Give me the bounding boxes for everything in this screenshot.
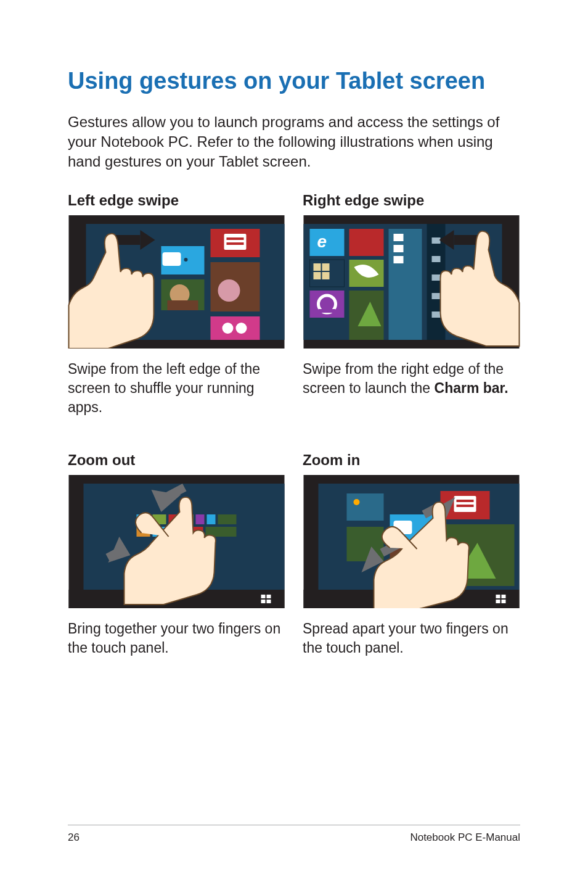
zoom-in-illustration bbox=[303, 475, 520, 608]
svg-rect-26 bbox=[314, 272, 321, 279]
svg-rect-86 bbox=[496, 595, 500, 598]
svg-rect-54 bbox=[207, 514, 216, 524]
cell-desc: Swipe from the left edge of the screen t… bbox=[68, 360, 285, 417]
svg-rect-36 bbox=[394, 234, 404, 241]
svg-point-15 bbox=[223, 323, 234, 334]
intro-paragraph: Gestures allow you to launch programs an… bbox=[68, 112, 520, 172]
svg-rect-11 bbox=[168, 300, 198, 310]
svg-rect-44 bbox=[432, 311, 441, 318]
svg-rect-77 bbox=[454, 496, 476, 512]
cell-right-edge-swipe: Right edge swipe e bbox=[303, 192, 520, 417]
cell-title: Right edge swipe bbox=[303, 192, 520, 209]
svg-rect-62 bbox=[261, 595, 266, 598]
svg-rect-25 bbox=[322, 263, 330, 271]
svg-rect-40 bbox=[432, 237, 441, 244]
svg-rect-42 bbox=[432, 274, 441, 281]
cell-desc: Swipe from the right edge of the screen … bbox=[303, 360, 520, 398]
svg-rect-38 bbox=[394, 256, 404, 263]
page-title: Using gestures on your Tablet screen bbox=[68, 68, 520, 95]
svg-rect-55 bbox=[218, 514, 237, 524]
svg-rect-21 bbox=[310, 229, 345, 256]
svg-rect-89 bbox=[502, 600, 506, 603]
svg-rect-7 bbox=[227, 237, 244, 240]
svg-rect-65 bbox=[267, 600, 271, 603]
svg-rect-41 bbox=[432, 256, 441, 262]
left-edge-swipe-illustration bbox=[68, 215, 285, 349]
page-footer: 26 Notebook PC E-Manual bbox=[0, 825, 588, 844]
svg-rect-53 bbox=[196, 514, 205, 524]
svg-text:e: e bbox=[317, 232, 327, 251]
page-number: 26 bbox=[68, 831, 80, 844]
svg-rect-63 bbox=[267, 595, 271, 598]
svg-rect-31 bbox=[349, 229, 384, 256]
footer-doc-title: Notebook PC E-Manual bbox=[410, 831, 520, 844]
svg-rect-3 bbox=[163, 252, 181, 266]
svg-point-16 bbox=[236, 323, 247, 334]
cell-zoom-out: Zoom out bbox=[68, 452, 285, 658]
svg-rect-43 bbox=[432, 293, 441, 299]
svg-rect-78 bbox=[457, 500, 474, 502]
svg-rect-30 bbox=[319, 309, 336, 313]
svg-rect-8 bbox=[227, 242, 244, 245]
svg-point-13 bbox=[218, 279, 240, 302]
svg-rect-24 bbox=[314, 263, 321, 271]
page: Using gestures on your Tablet screen Ges… bbox=[0, 0, 588, 887]
svg-rect-6 bbox=[224, 234, 247, 250]
cell-desc: Spread apart your two fingers on the tou… bbox=[303, 619, 520, 658]
cell-left-edge-swipe: Left edge swipe bbox=[68, 192, 285, 417]
svg-rect-27 bbox=[322, 272, 330, 279]
cell-zoom-in: Zoom in bbox=[303, 452, 520, 658]
svg-rect-14 bbox=[211, 316, 260, 340]
cell-title: Zoom in bbox=[303, 452, 520, 469]
zoom-out-illustration bbox=[68, 475, 285, 608]
right-edge-swipe-illustration: e bbox=[303, 215, 520, 349]
svg-rect-64 bbox=[261, 600, 266, 603]
svg-rect-72 bbox=[347, 493, 384, 521]
svg-rect-37 bbox=[394, 245, 404, 252]
desc-bold: Charm bar. bbox=[435, 380, 508, 396]
svg-rect-87 bbox=[502, 595, 506, 598]
svg-rect-88 bbox=[496, 600, 500, 603]
cell-title: Left edge swipe bbox=[68, 192, 285, 209]
svg-rect-79 bbox=[457, 505, 474, 507]
gesture-grid: Left edge swipe bbox=[68, 192, 520, 658]
svg-point-4 bbox=[184, 258, 188, 262]
cell-desc: Bring together your two fingers on the t… bbox=[68, 619, 285, 658]
cell-title: Zoom out bbox=[68, 452, 285, 469]
svg-point-73 bbox=[354, 499, 360, 505]
